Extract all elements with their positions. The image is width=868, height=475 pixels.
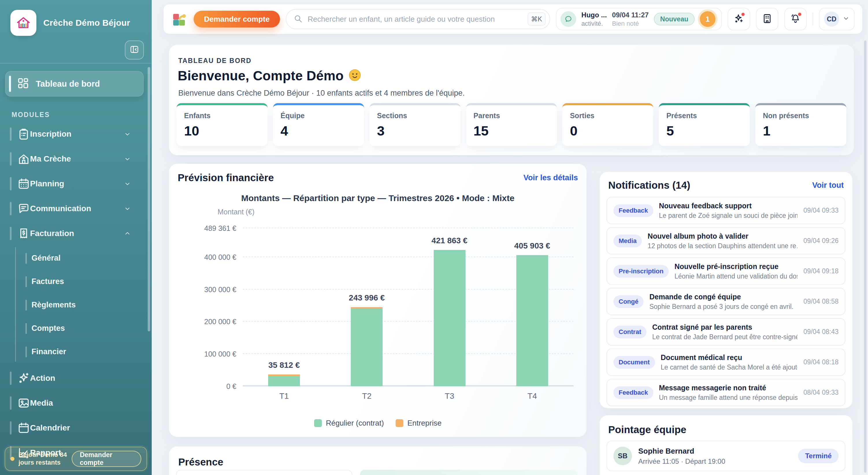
sidebar-item-planning[interactable]: Planning [0, 171, 152, 196]
sidebar-subitem-g-n-ral[interactable]: Général [0, 247, 152, 270]
sidebar-scrollbar[interactable] [148, 67, 150, 331]
stat-value: 1 [763, 123, 839, 139]
stat-value: 5 [666, 123, 742, 139]
sparkles-icon [17, 372, 30, 385]
bar-t4[interactable] [516, 255, 548, 386]
sidebar-item-label: Planning [30, 179, 64, 188]
notification-item[interactable]: DocumentDocument médical reçuLe carnet d… [607, 348, 845, 376]
bar-t1[interactable] [268, 375, 300, 386]
sidebar-subitem-financier[interactable]: Financier [0, 340, 152, 363]
sidebar-item-inscription[interactable]: Inscription [0, 122, 152, 147]
notification-item[interactable]: Pre-inscriptionNouvelle pré-inscription … [607, 257, 845, 285]
x-tick-label: T3 [429, 391, 470, 401]
subitem-indicator [25, 276, 27, 287]
notifications-button[interactable] [784, 8, 807, 30]
presence-tab-right[interactable] [360, 470, 577, 475]
stat-card-parents[interactable]: Parents15 [466, 103, 557, 146]
sidebar-subitem-comptes[interactable]: Comptes [0, 317, 152, 340]
notification-title: Document médical reçu [661, 353, 798, 362]
notification-time: 09/04 08:58 [803, 297, 839, 306]
stat-card-pr-sents[interactable]: Présents5 [659, 103, 750, 146]
notification-title: Nouvel album photo à valider [648, 232, 798, 241]
avatar: CD [824, 11, 839, 27]
sidebar-item-communication[interactable]: Communication [0, 196, 152, 221]
notification-badge: Feedback [614, 386, 653, 399]
organization-button[interactable] [756, 8, 778, 30]
page-scrollbar[interactable] [864, 40, 867, 473]
y-tick-label: 489 361 € [204, 224, 236, 232]
notification-item[interactable]: CongéDemande de congé équipeSophie Berna… [607, 288, 845, 315]
finance-details-link[interactable]: Voir les détails [523, 173, 578, 182]
trial-text: Béjour Demo 84 jours restants [19, 451, 72, 467]
top-bar: Demander compte ⌘K Hugo ... activité. 09… [163, 4, 863, 34]
subitem-indicator [25, 323, 27, 334]
sidebar-subitem-r-glements[interactable]: Règlements [0, 293, 152, 317]
sidebar-item-media[interactable]: Media [0, 391, 152, 415]
dashboard-grid-icon [17, 77, 36, 91]
shortcut-badge: ⌘K [528, 12, 546, 26]
sidebar-item-label: Inscription [30, 129, 71, 139]
sidebar-subitem-label: Règlements [31, 300, 76, 310]
item-indicator [10, 177, 11, 190]
financial-forecast-card: Prévision financière Voir les détails Mo… [169, 164, 587, 437]
activity-pill[interactable]: Hugo ... activité. 09/04 11:27 Bien noté… [556, 8, 722, 30]
notification-item[interactable]: FeedbackMessage messagerie non traitéUn … [607, 379, 845, 406]
bar-segment-regulier [434, 250, 465, 386]
chat-bubble-icon [561, 11, 576, 27]
chevron-down-icon [123, 180, 131, 188]
trial-banner: Béjour Demo 84 jours restants Demander c… [5, 447, 147, 471]
sidebar-collapse-button[interactable] [125, 40, 144, 60]
school-icon [17, 153, 30, 165]
stat-label: Parents [473, 112, 550, 120]
sidebar-item-ma-cr-che[interactable]: Ma Crèche [0, 147, 152, 171]
activity-timestamp: 09/04 11:27 [612, 11, 649, 19]
item-indicator [10, 421, 11, 435]
request-account-button[interactable]: Demander compte [194, 11, 280, 27]
sidebar-item-facturation[interactable]: Facturation [0, 221, 152, 246]
search-bar[interactable]: ⌘K [286, 9, 550, 29]
stat-label: Présents [666, 112, 742, 120]
subitem-indicator [25, 253, 27, 264]
sidebar-item-label: Calendrier [30, 423, 70, 433]
sidebar: Crèche Démo Béjour Tableau de bord MODUL… [0, 0, 152, 475]
notification-item[interactable]: MediaNouvel album photo à valider12 phot… [607, 227, 845, 255]
legend-item: Entreprise [396, 419, 442, 428]
stat-card--quipe[interactable]: Équipe4 [273, 103, 364, 146]
notification-item[interactable]: ContratContrat signé par les parentsLe c… [607, 318, 845, 346]
bar-t3[interactable] [434, 250, 465, 386]
sidebar-item-action[interactable]: Action [0, 366, 152, 391]
sidebar-subitem-factures[interactable]: Factures [0, 270, 152, 293]
notification-badge: Feedback [614, 204, 653, 217]
sidebar-item-calendrier[interactable]: Calendrier [0, 415, 152, 440]
integrations-puzzle-icon[interactable] [171, 11, 188, 27]
presence-tab-left[interactable] [176, 470, 352, 475]
member-times: Arrivée 11:05 · Départ 19:00 [638, 457, 792, 466]
chart-y-axis-label: Montant (€) [218, 208, 254, 216]
activity-time-sub: Bien noté [612, 20, 649, 27]
building-icon [762, 13, 773, 25]
stat-label: Sorties [570, 112, 646, 120]
bar-t2[interactable] [351, 307, 382, 386]
stat-value: 15 [473, 123, 550, 139]
stat-card-sections[interactable]: Sections3 [370, 103, 461, 146]
notification-item[interactable]: FeedbackNouveau feedback supportLe paren… [607, 197, 845, 224]
notification-desc: Le contrat de Jade Bernard peut être con… [652, 333, 798, 341]
y-tick-label: 200 000 € [204, 318, 236, 326]
team-member-row[interactable]: SB Sophie Bernard Arrivée 11:05 · Départ… [607, 441, 845, 471]
sidebar-subitem-label: Comptes [31, 324, 65, 333]
search-input[interactable] [307, 14, 523, 24]
notification-title: Nouvelle pré-inscription reçue [674, 262, 798, 271]
notifications-see-all-link[interactable]: Voir tout [812, 181, 844, 190]
item-indicator [10, 202, 11, 215]
sidebar-item-dashboard[interactable]: Tableau de bord [5, 71, 144, 96]
sidebar-item-label: Action [30, 374, 55, 383]
ai-actions-button[interactable] [727, 8, 750, 30]
stat-card-non-pr-sents[interactable]: Non présents1 [755, 103, 846, 146]
trial-request-account-button[interactable]: Demander compte [72, 451, 141, 467]
stat-card-sorties[interactable]: Sorties0 [562, 103, 653, 146]
x-tick-label: T4 [512, 391, 553, 401]
item-indicator [10, 152, 11, 165]
user-menu-button[interactable]: CD [819, 8, 855, 30]
notification-title: Nouveau feedback support [659, 202, 798, 210]
stat-card-enfants[interactable]: Enfants10 [177, 103, 268, 146]
